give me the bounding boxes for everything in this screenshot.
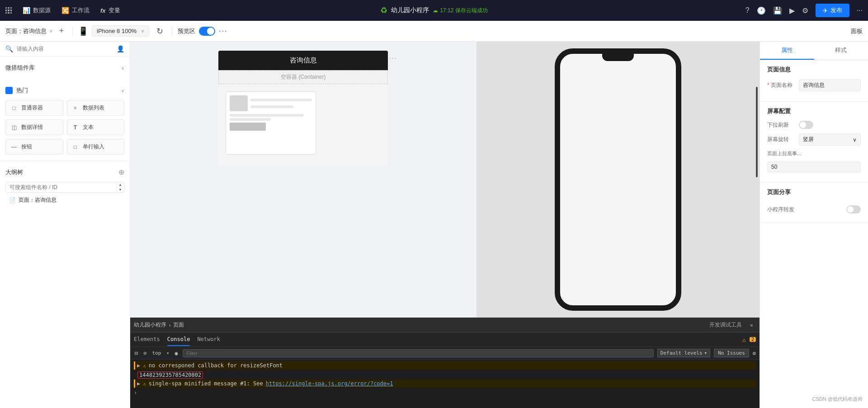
panel-field-rotation: 屏幕旋转 竖屏 ∨: [767, 133, 861, 146]
widget-datadetail[interactable]: ◫ 数据详情: [5, 119, 63, 135]
history-button[interactable]: 🕐: [757, 6, 766, 15]
devtools-badge: 2: [750, 337, 756, 342]
devtools-warn-icon-1: ⚠: [143, 363, 146, 369]
hot-section-header[interactable]: 热门 ∨: [5, 83, 124, 98]
widget-button[interactable]: — 按钮: [5, 139, 63, 155]
devtools-tab-console[interactable]: Console: [167, 333, 190, 346]
widget-grid: □ 普通容器 ≡ 数据列表 ◫ 数据详情 T 文本 — 按钮: [5, 98, 124, 157]
devtools-top-arrow[interactable]: ▾: [165, 350, 170, 356]
left-sidebar: 🔍 👤 微搭组件库 ∨ 热门 ∨ □ 普通容器: [0, 42, 130, 408]
devtools-panel: 幼儿园小程序 › 页面 开发调试工具 ✕ Elements Console Ne…: [130, 318, 760, 408]
toolbar-more[interactable]: ···: [219, 27, 227, 35]
devtools-close-button[interactable]: ✕: [747, 321, 756, 329]
panel-select-rotation[interactable]: 竖屏 ∨: [799, 133, 861, 146]
topbar-more-button[interactable]: ···: [857, 6, 863, 14]
panel-field-value-name[interactable]: 咨询信息: [799, 79, 861, 91]
help-button[interactable]: ?: [745, 6, 750, 14]
devtools-prohibit-icon[interactable]: ⊡: [134, 349, 139, 357]
publish-button[interactable]: ✈ 发布: [816, 4, 849, 17]
devtools-link[interactable]: https://single-spa.js.org/error/?code=1: [266, 380, 393, 387]
devtools-caret-2[interactable]: ▶: [137, 380, 140, 387]
device-label: iPhone 8 100%: [97, 28, 137, 34]
hot-section-label: 热门: [16, 86, 28, 95]
text-label: 文本: [83, 123, 94, 131]
outline-item-page[interactable]: 📄 页面：咨询信息: [5, 195, 124, 206]
canvas-more-dots[interactable]: ···: [389, 54, 397, 62]
devtools-filter-input[interactable]: [183, 349, 654, 357]
datasource-label: 数据源: [33, 6, 51, 14]
preview-toggle[interactable]: [199, 27, 215, 36]
breadcrumb-page[interactable]: 页面: [173, 321, 184, 329]
devtools-badge-area: ⚠ 2: [742, 336, 756, 343]
main-layout: 🔍 👤 微搭组件库 ∨ 热门 ∨ □ 普通容器: [0, 42, 868, 408]
devtools-top-label[interactable]: top: [151, 349, 162, 357]
devtools-highlighted-value: 1448239235785420802: [137, 371, 203, 379]
canvas-scrollbar[interactable]: [756, 87, 758, 177]
panel-toggle-refresh[interactable]: [799, 121, 813, 129]
widget-input[interactable]: □ 单行输入: [67, 139, 125, 155]
devtools-tab-network[interactable]: Network: [197, 333, 220, 346]
save-button[interactable]: 💾: [773, 6, 782, 15]
add-page-button[interactable]: +: [56, 26, 67, 37]
nav-workflow[interactable]: 🔀 工作流: [61, 6, 90, 14]
outline-search-arrows: ▲ ▼: [116, 182, 124, 192]
outline-search-input[interactable]: [6, 182, 116, 192]
phone-header: 咨询信息: [218, 51, 388, 70]
hot-icon: [5, 87, 13, 94]
save-time: 17:12 保存云端成功: [440, 7, 487, 14]
mini-card-1: [226, 91, 316, 155]
datasource-icon: 📊: [23, 7, 30, 14]
outline-expand-icon[interactable]: ⊕: [118, 168, 124, 176]
devtools-caret-prompt[interactable]: ›: [134, 389, 137, 396]
right-panel: 属性 样式 页面信息 * 页面名称 咨询信息 屏幕配置 下拉刷新 屏幕旋转: [760, 42, 868, 408]
panel-share-miniapp: 小程序转发: [767, 202, 861, 217]
panel-button[interactable]: 面板: [851, 27, 863, 35]
phone-mockup-outer: ··· 咨询信息 空容器 (Container): [218, 51, 388, 166]
send-icon: ✈: [823, 7, 828, 14]
grid-menu-icon[interactable]: [5, 7, 12, 14]
right-phone-area: [476, 42, 760, 318]
devtools-filter-icon[interactable]: ⊘: [142, 349, 147, 357]
nav-datasource[interactable]: 📊 数据源: [23, 6, 51, 14]
outline-arrow-up[interactable]: ▲: [117, 182, 124, 187]
devtools-tab-elements[interactable]: Elements: [134, 333, 160, 346]
save-status: ☁ 17:12 保存云端成功: [433, 7, 487, 14]
input-icon: □: [72, 143, 79, 151]
settings-button[interactable]: ⚙: [802, 6, 808, 15]
panel-tab-styles[interactable]: 样式: [814, 42, 868, 60]
button-label: 按钮: [21, 143, 32, 151]
mini-line-1: [250, 99, 312, 101]
panel-toggle-share[interactable]: [846, 205, 861, 213]
top-bar-right: ? 🕐 💾 ▶ ⚙ ✈ 发布 ···: [745, 4, 863, 17]
datadetail-label: 数据详情: [21, 123, 43, 131]
canvas-scroll-area: ··· 咨询信息 空容器 (Container): [130, 42, 760, 318]
refresh-button[interactable]: ↻: [153, 24, 166, 38]
panel-tab-properties[interactable]: 属性: [760, 42, 814, 60]
panel-field-label-name: * 页面名称: [767, 81, 799, 89]
sidebar-search-input[interactable]: [17, 46, 113, 52]
container-icon: □: [10, 104, 18, 112]
panel-input-pull-value[interactable]: [767, 161, 861, 172]
devtools-eye-icon[interactable]: ◉: [174, 349, 179, 357]
panel-field-page-name: * 页面名称 咨询信息: [767, 79, 861, 91]
widget-datalist[interactable]: ≡ 数据列表: [67, 100, 125, 116]
outline-arrow-down[interactable]: ▼: [117, 187, 124, 192]
widget-text[interactable]: T 文本: [67, 119, 125, 135]
micro-widget-header[interactable]: 微搭组件库 ∨: [5, 60, 124, 76]
page-selector[interactable]: 页面：咨询信息 ∨: [5, 27, 52, 35]
nav-variables[interactable]: fx 变量: [100, 6, 120, 14]
device-selector[interactable]: iPhone 8 100% ∨: [92, 25, 149, 37]
breadcrumb-app[interactable]: 幼儿园小程序: [134, 321, 166, 329]
mini-line-3: [230, 114, 304, 117]
sidebar-search-area: 🔍 👤: [0, 42, 130, 57]
run-button[interactable]: ▶: [789, 6, 795, 15]
datadetail-icon: ◫: [10, 124, 18, 131]
phone-content-area: [218, 84, 388, 166]
hot-chevron: ∨: [121, 88, 124, 93]
devtools-levels-dropdown[interactable]: Default levels ▾: [657, 349, 710, 357]
widget-container[interactable]: □ 普通容器: [5, 100, 63, 116]
devtools-warn-icon-header: ⚠: [742, 336, 746, 343]
panel-field-label-pull: 页面上拉底事...: [767, 150, 812, 157]
devtools-settings-icon[interactable]: ⚙: [753, 350, 756, 356]
devtools-caret-1[interactable]: ▶: [137, 362, 140, 369]
